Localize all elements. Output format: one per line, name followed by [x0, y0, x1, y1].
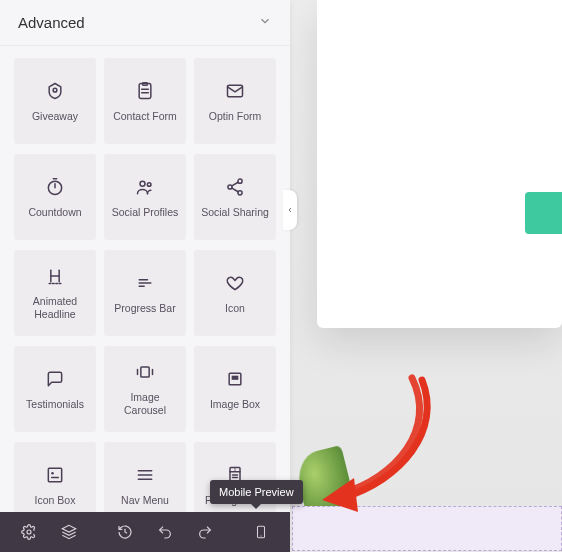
widget-optin-form[interactable]: Optin Form: [194, 58, 276, 144]
people-icon: [135, 176, 155, 198]
timer-icon: [45, 176, 65, 198]
widget-countdown[interactable]: Countdown: [14, 154, 96, 240]
iconbox-icon: [45, 464, 65, 486]
svg-line-15: [232, 188, 238, 192]
floating-action-button[interactable]: [525, 192, 562, 234]
widget-label: Social Profiles: [108, 206, 183, 219]
heart-icon: [225, 272, 245, 294]
mail-icon: [225, 80, 245, 102]
svg-rect-28: [48, 468, 61, 481]
svg-point-29: [51, 472, 54, 475]
widget-icon[interactable]: Icon: [194, 250, 276, 336]
svg-text:$: $: [234, 468, 236, 472]
widget-label: Image Box: [206, 398, 264, 411]
svg-point-10: [147, 182, 151, 186]
imagebox-icon: [225, 368, 245, 390]
svg-line-14: [232, 182, 238, 186]
svg-point-9: [140, 181, 145, 186]
widget-label: Social Sharing: [197, 206, 273, 219]
section-title: Advanced: [18, 14, 85, 31]
section-header-advanced[interactable]: Advanced: [0, 0, 290, 46]
widget-label: Contact Form: [109, 110, 181, 123]
widget-grid: Giveaway Contact Form Optin Form Countdo…: [0, 46, 290, 512]
widget-icon-box[interactable]: Icon Box: [14, 442, 96, 512]
redo-button[interactable]: [186, 512, 224, 552]
form-icon: [135, 80, 155, 102]
layers-button[interactable]: [50, 512, 88, 552]
undo-button[interactable]: [146, 512, 184, 552]
share-icon: [225, 176, 245, 198]
widget-label: Nav Menu: [117, 494, 173, 507]
preview-card: [317, 0, 562, 328]
svg-marker-40: [62, 525, 75, 532]
widget-label: Optin Form: [205, 110, 266, 123]
widget-label: Countdown: [24, 206, 85, 219]
widget-label: Testimonials: [22, 398, 88, 411]
widget-label: Progress Bar: [110, 302, 179, 315]
carousel-icon: [135, 361, 155, 383]
widget-giveaway[interactable]: Giveaway: [14, 58, 96, 144]
widget-social-sharing[interactable]: Social Sharing: [194, 154, 276, 240]
history-button[interactable]: [106, 512, 144, 552]
widget-label: Animated Headline: [29, 295, 81, 320]
settings-button[interactable]: [10, 512, 48, 552]
widgets-panel: Advanced Giveaway Contact Form Optin For…: [0, 0, 290, 552]
widget-social-profiles[interactable]: Social Profiles: [104, 154, 186, 240]
widget-animated-headline[interactable]: Animated Headline: [14, 250, 96, 336]
section-placeholder[interactable]: [292, 506, 562, 551]
widget-label: Giveaway: [28, 110, 82, 123]
chat-icon: [45, 368, 65, 390]
mobile-preview-tooltip: Mobile Preview: [210, 480, 303, 504]
heading-icon: [45, 265, 65, 287]
widget-testimonials[interactable]: Testimonials: [14, 346, 96, 432]
bottom-toolbar: [0, 512, 290, 552]
mobile-preview-button[interactable]: [242, 512, 280, 552]
gift-icon: [45, 80, 65, 102]
svg-rect-23: [141, 367, 149, 377]
svg-point-0: [53, 88, 57, 92]
menu-icon: [135, 464, 155, 486]
collapse-panel-handle[interactable]: [283, 190, 297, 230]
widget-image-box[interactable]: Image Box: [194, 346, 276, 432]
widget-progress-bar[interactable]: Progress Bar: [104, 250, 186, 336]
progress-icon: [135, 272, 155, 294]
widget-nav-menu[interactable]: Nav Menu: [104, 442, 186, 512]
widget-contact-form[interactable]: Contact Form: [104, 58, 186, 144]
widget-image-carousel[interactable]: Image Carousel: [104, 346, 186, 432]
svg-rect-27: [232, 375, 239, 379]
chevron-down-icon: [258, 14, 272, 31]
svg-point-39: [27, 530, 31, 534]
widget-label: Icon Box: [31, 494, 80, 507]
widget-label: Image Carousel: [104, 391, 186, 416]
widget-label: Icon: [221, 302, 249, 315]
